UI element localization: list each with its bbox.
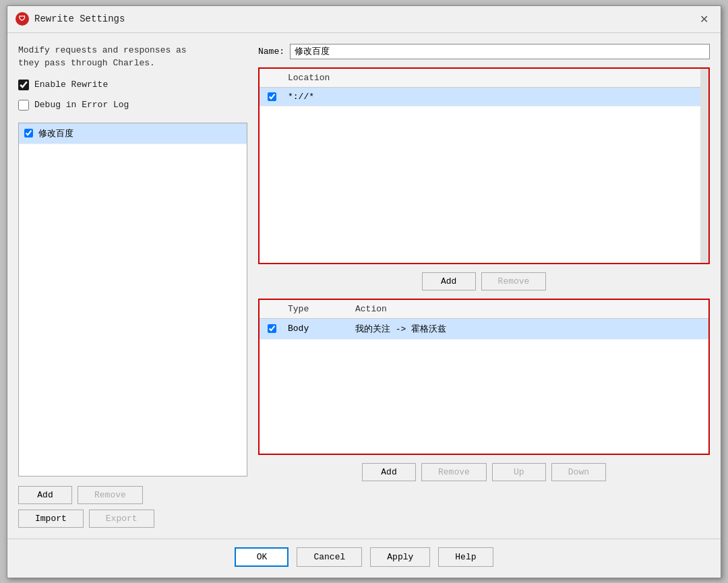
location-row-value: *://* [285, 90, 695, 103]
location-remove-button[interactable]: Remove [481, 272, 547, 290]
location-table-row[interactable]: *://* [260, 88, 700, 106]
list-import-button[interactable]: Import [18, 510, 84, 528]
enable-rewrite-checkbox[interactable] [18, 80, 29, 90]
location-add-button[interactable]: Add [422, 272, 476, 290]
action-down-button[interactable]: Down [551, 463, 606, 481]
left-panel: Modify requests and responses asthey pas… [18, 44, 247, 528]
debug-error-log-row: Debug in Error Log [18, 100, 247, 111]
cancel-button[interactable]: Cancel [297, 547, 362, 567]
left-buttons-row-1: Add Remove [18, 486, 247, 504]
location-table-header: Location [260, 69, 700, 88]
action-table-row[interactable]: Body 我的关注 -> 霍格沃兹 [260, 319, 708, 340]
help-button[interactable]: Help [438, 547, 493, 567]
action-row-type: Body [285, 322, 353, 335]
location-scrollbar[interactable] [700, 69, 708, 263]
name-label: Name: [258, 47, 284, 57]
description-text: Modify requests and responses asthey pas… [18, 44, 247, 70]
action-header-checkbox-col [265, 303, 285, 315]
list-item-checkbox[interactable] [24, 129, 33, 137]
list-export-button[interactable]: Export [89, 510, 154, 528]
location-table-content: Location *://* [260, 69, 700, 263]
location-header-checkbox-col [265, 71, 285, 84]
footer: OK Cancel Apply Help [7, 539, 721, 578]
right-panel: Name: Location [258, 44, 710, 528]
rewrite-rules-list[interactable]: 修改百度 [18, 123, 247, 477]
list-item-label: 修改百度 [38, 127, 73, 140]
action-header-type: Type [285, 303, 353, 315]
location-table-wrapper: Location *://* [260, 69, 708, 263]
debug-error-log-checkbox[interactable] [18, 100, 29, 111]
location-table-section: Location *://* [258, 67, 710, 264]
action-table-section: Type Action Body 我的关注 -> 霍格沃兹 [258, 299, 710, 455]
list-add-button[interactable]: Add [18, 486, 72, 504]
main-window: 🛡 Rewrite Settings ✕ Modify requests and… [7, 5, 721, 578]
location-buttons: Add Remove [258, 272, 710, 290]
list-item[interactable]: 修改百度 [19, 123, 247, 144]
location-row-checkbox[interactable] [268, 92, 276, 101]
location-row-checkbox-cell [265, 91, 285, 102]
ok-button[interactable]: OK [235, 547, 289, 567]
name-row: Name: [258, 44, 710, 59]
name-input[interactable] [290, 44, 710, 59]
left-buttons: Add Remove Import Export [18, 486, 247, 528]
debug-error-log-label: Debug in Error Log [34, 100, 129, 110]
location-table-body[interactable]: *://* [260, 88, 700, 263]
title-bar: 🛡 Rewrite Settings ✕ [7, 6, 721, 33]
action-add-button[interactable]: Add [362, 463, 416, 481]
location-header-location: Location [285, 71, 695, 84]
list-remove-button[interactable]: Remove [78, 486, 143, 504]
app-icon: 🛡 [16, 12, 29, 26]
action-table-header: Type Action [260, 300, 708, 319]
content-area: Modify requests and responses asthey pas… [7, 33, 721, 539]
enable-rewrite-label: Enable Rewrite [34, 80, 108, 90]
action-buttons: Add Remove Up Down [258, 463, 710, 481]
action-table-body[interactable]: Body 我的关注 -> 霍格沃兹 [260, 319, 708, 454]
window-title: Rewrite Settings [34, 13, 125, 24]
action-row-checkbox-cell [265, 323, 285, 334]
action-header-action: Action [353, 303, 703, 315]
action-remove-button[interactable]: Remove [421, 463, 487, 481]
left-buttons-row-2: Import Export [18, 510, 247, 528]
action-up-button[interactable]: Up [492, 463, 546, 481]
apply-button[interactable]: Apply [370, 547, 430, 567]
action-row-checkbox[interactable] [268, 324, 276, 333]
close-button[interactable]: ✕ [696, 11, 712, 27]
title-bar-left: 🛡 Rewrite Settings [16, 12, 125, 26]
action-row-action: 我的关注 -> 霍格沃兹 [353, 321, 703, 336]
enable-rewrite-row: Enable Rewrite [18, 80, 247, 90]
